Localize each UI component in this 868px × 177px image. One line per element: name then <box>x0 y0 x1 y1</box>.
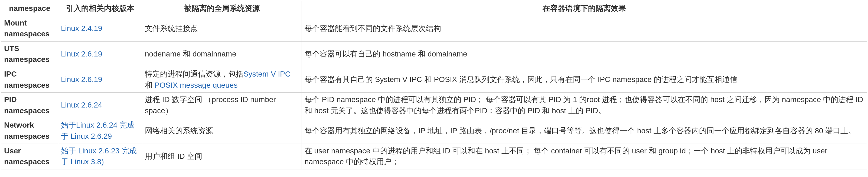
resource-link[interactable]: System V IPC <box>243 70 290 78</box>
resource-text: 文件系统挂接点 <box>145 24 198 32</box>
isolated-resource-cell: 用户和组 ID 空间 <box>142 144 302 169</box>
isolated-resource-cell: nodename 和 domainname <box>142 41 302 67</box>
namespace-name: Mount namespaces <box>1 16 58 41</box>
table-row: Mount namespacesLinux 2.4.19文件系统挂接点每个容器能… <box>1 16 867 41</box>
namespace-name: IPC namespaces <box>1 67 58 92</box>
table-row: UTS namespacesLinux 2.6.19nodename 和 dom… <box>1 41 867 67</box>
resource-link[interactable]: POSIX message queues <box>155 81 238 89</box>
namespace-name: Network namespaces <box>1 118 58 144</box>
kernel-version-link[interactable]: Linux 2.4.19 <box>61 24 102 32</box>
kernel-version-link[interactable]: 始于Linux 2.6.24 完成于 Linux 2.6.29 <box>61 121 134 141</box>
kernel-version-link[interactable]: Linux 2.6.24 <box>61 101 102 109</box>
container-effect-cell: 每个容器有其自己的 System V IPC 和 POSIX 消息队列文件系统，… <box>302 67 867 92</box>
isolated-resource-cell: 网络相关的系统资源 <box>142 118 302 144</box>
resource-text: 特定的进程间通信资源，包括 <box>145 70 243 78</box>
header-namespace: namespace <box>1 1 58 16</box>
kernel-version-cell: Linux 2.6.19 <box>58 67 142 92</box>
kernel-version-link[interactable]: Linux 2.6.19 <box>61 50 102 58</box>
resource-text: nodename 和 domainname <box>145 50 236 58</box>
resource-text: 和 <box>145 81 155 89</box>
isolated-resource-cell: 进程 ID 数字空间 （process ID number space） <box>142 93 302 118</box>
table-header-row: namespace 引入的相关内核版本 被隔离的全局系统资源 在容器语境下的隔离… <box>1 1 867 16</box>
resource-text: 网络相关的系统资源 <box>145 127 213 135</box>
kernel-version-link[interactable]: Linux 2.6.19 <box>61 75 102 84</box>
kernel-version-cell: Linux 2.6.19 <box>58 41 142 67</box>
container-effect-cell: 每个容器用有其独立的网络设备，IP 地址，IP 路由表，/proc/net 目录… <box>302 118 867 144</box>
namespaces-table: namespace 引入的相关内核版本 被隔离的全局系统资源 在容器语境下的隔离… <box>1 1 867 169</box>
kernel-version-link[interactable]: 始于 Linux 2.6.23 完成于 Linux 3.8) <box>61 147 137 166</box>
table-row: User namespaces始于 Linux 2.6.23 完成于 Linux… <box>1 144 867 169</box>
container-effect-cell: 在 user namespace 中的进程的用户和组 ID 可以和在 host … <box>302 144 867 169</box>
table-row: IPC namespacesLinux 2.6.19特定的进程间通信资源，包括S… <box>1 67 867 92</box>
header-isolated-resource: 被隔离的全局系统资源 <box>142 1 302 16</box>
resource-text: 用户和组 ID 空间 <box>145 152 202 160</box>
namespace-name: PID namespaces <box>1 93 58 118</box>
namespace-name: User namespaces <box>1 144 58 169</box>
table-row: Network namespaces始于Linux 2.6.24 完成于 Lin… <box>1 118 867 144</box>
namespace-name: UTS namespaces <box>1 41 58 67</box>
container-effect-cell: 每个容器可以有自己的 hostname 和 domainame <box>302 41 867 67</box>
resource-text: 进程 ID 数字空间 （process ID number space） <box>145 95 276 115</box>
kernel-version-cell: 始于Linux 2.6.24 完成于 Linux 2.6.29 <box>58 118 142 144</box>
isolated-resource-cell: 文件系统挂接点 <box>142 16 302 41</box>
kernel-version-cell: Linux 2.4.19 <box>58 16 142 41</box>
table-row: PID namespacesLinux 2.6.24进程 ID 数字空间 （pr… <box>1 93 867 118</box>
header-container-effect: 在容器语境下的隔离效果 <box>302 1 867 16</box>
container-effect-cell: 每个容器能看到不同的文件系统层次结构 <box>302 16 867 41</box>
isolated-resource-cell: 特定的进程间通信资源，包括System V IPC 和 POSIX messag… <box>142 67 302 92</box>
kernel-version-cell: 始于 Linux 2.6.23 完成于 Linux 3.8) <box>58 144 142 169</box>
container-effect-cell: 每个 PID namespace 中的进程可以有其独立的 PID； 每个容器可以… <box>302 93 867 118</box>
header-kernel-version: 引入的相关内核版本 <box>58 1 142 16</box>
kernel-version-cell: Linux 2.6.24 <box>58 93 142 118</box>
